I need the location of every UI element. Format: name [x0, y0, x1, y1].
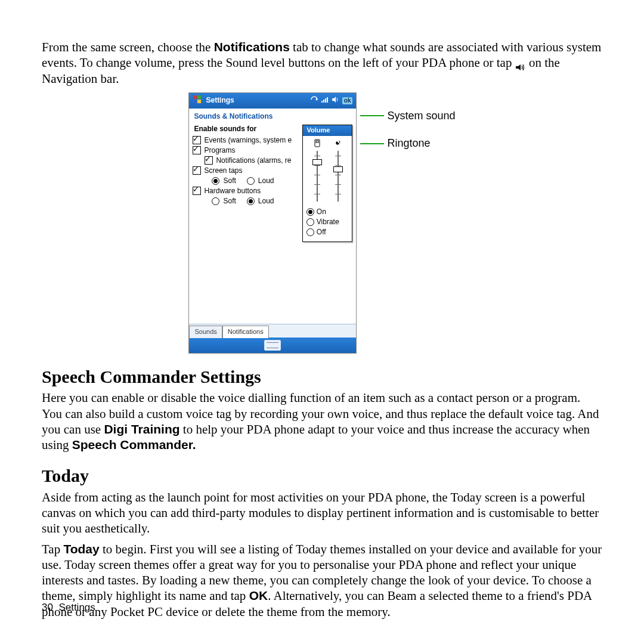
svg-marker-5 — [315, 98, 317, 101]
today2-bold-ok: OK — [249, 589, 268, 602]
checkbox-icon — [193, 166, 201, 175]
radio-label: Soft — [223, 197, 236, 206]
volume-radio-off[interactable]: Off — [306, 228, 348, 237]
svg-rect-6 — [321, 101, 323, 103]
pda-tabs: Sounds Notifications — [189, 324, 356, 338]
radio-label: Soft — [223, 177, 236, 185]
signal-icon — [321, 96, 329, 106]
today-paragraph-2: Tap Today to begin. First you will see a… — [42, 541, 602, 620]
today2-bold-today: Today — [63, 542, 99, 556]
svg-rect-12 — [316, 141, 318, 143]
system-volume-slider[interactable] — [315, 151, 320, 202]
svg-rect-4 — [197, 100, 201, 103]
radio-label: Loud — [258, 177, 274, 185]
pda-titlebar: Settings ok — [189, 93, 356, 109]
footer-page-number: 30 — [42, 602, 53, 613]
speech-bold-sc: Speech Commander. — [72, 438, 196, 451]
checkbox-icon — [193, 136, 201, 144]
heading-today: Today — [42, 465, 602, 487]
ok-button[interactable]: ok — [342, 97, 353, 105]
radio-icon — [306, 218, 314, 226]
volume-radio-on[interactable]: On — [306, 208, 348, 216]
svg-rect-8 — [325, 98, 326, 103]
windows-logo-icon — [193, 95, 202, 107]
page-footer: 30 Settings — [42, 601, 95, 614]
callout-ringtone: Ringtone — [387, 137, 430, 150]
keyboard-icon[interactable] — [264, 340, 281, 351]
today-paragraph-1: Aside from acting as the launch point fo… — [42, 490, 602, 537]
checkbox-label: Programs — [204, 146, 235, 155]
radio-label: On — [317, 208, 326, 216]
checkbox-label: Hardware buttons — [204, 187, 261, 196]
svg-rect-9 — [327, 97, 328, 103]
volume-popup: Volume — [302, 125, 352, 242]
figure-sounds-settings: Settings ok Sounds & Notifications Enabl… — [42, 92, 602, 354]
system-sound-icon — [313, 139, 321, 150]
radio-label: Off — [317, 228, 326, 237]
callout-system-sound: System sound — [387, 109, 455, 123]
svg-marker-10 — [332, 97, 336, 103]
radio-soft-hw[interactable] — [212, 197, 219, 205]
pda-bottom-bar — [189, 338, 356, 353]
radio-loud-hw[interactable] — [247, 197, 255, 205]
checkbox-icon — [193, 146, 201, 154]
svg-rect-1 — [193, 95, 197, 99]
speaker-icon — [515, 60, 526, 68]
volume-title: Volume — [303, 125, 352, 136]
figure-callouts: System sound Ringtone — [360, 109, 455, 163]
radio-icon — [306, 228, 314, 236]
svg-rect-2 — [197, 95, 201, 99]
pda-screenshot: Settings ok Sounds & Notifications Enabl… — [188, 92, 357, 354]
footer-section-label: Settings — [58, 602, 95, 613]
volume-icon — [332, 96, 340, 106]
intro-text-pre: From the same screen, choose the — [42, 40, 214, 54]
tab-notifications[interactable]: Notifications — [222, 326, 269, 338]
sync-icon — [310, 96, 318, 106]
checkbox-label: Notifications (alarms, re — [216, 156, 291, 165]
intro-paragraph: From the same screen, choose the Notific… — [42, 39, 602, 86]
radio-soft-screen[interactable] — [212, 177, 219, 185]
today2-pre: Tap — [42, 542, 63, 556]
ringtone-volume-slider[interactable] — [336, 151, 340, 202]
volume-radio-vibrate[interactable]: Vibrate — [306, 218, 348, 227]
intro-bold-notifications: Notifications — [214, 40, 290, 54]
svg-rect-7 — [323, 100, 324, 103]
radio-icon — [306, 208, 314, 216]
speech-paragraph: Here you can enable or disable the voice… — [42, 390, 602, 453]
svg-marker-0 — [516, 64, 521, 70]
radio-label: Loud — [258, 197, 274, 206]
radio-label: Vibrate — [317, 218, 339, 227]
tab-sounds[interactable]: Sounds — [189, 326, 222, 338]
speech-bold-digi: Digi Training — [104, 422, 179, 436]
checkbox-icon — [193, 187, 201, 195]
pda-subtitle: Sounds & Notifications — [189, 109, 356, 123]
checkbox-label: Screen taps — [204, 166, 242, 175]
checkbox-label: Events (warnings, system e — [204, 136, 292, 145]
heading-speech-commander: Speech Commander Settings — [42, 366, 602, 388]
radio-loud-screen[interactable] — [247, 177, 255, 185]
checkbox-icon — [205, 156, 213, 165]
ringtone-icon — [334, 139, 342, 150]
svg-rect-3 — [193, 100, 197, 103]
pda-title: Settings — [206, 96, 234, 105]
